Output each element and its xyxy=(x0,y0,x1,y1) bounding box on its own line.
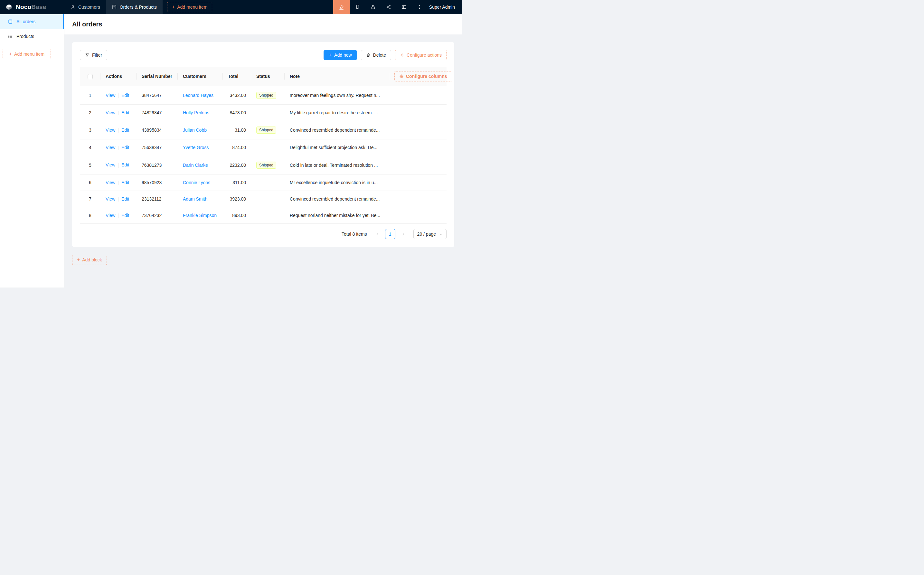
mobile-button[interactable] xyxy=(350,0,365,14)
serial-number-cell: 74829847 xyxy=(137,105,178,121)
layout-button[interactable] xyxy=(396,0,412,14)
column-header-actions: Actions xyxy=(100,67,137,86)
customer-link[interactable]: Darin Clarke xyxy=(183,163,208,168)
pagination-prev-button[interactable] xyxy=(372,229,383,239)
action-divider xyxy=(118,181,119,185)
edit-link[interactable]: Edit xyxy=(121,213,129,218)
note-cell: Cold in late or deal. Terminated resolut… xyxy=(284,156,389,174)
nocobase-logo[interactable]: NocoBase xyxy=(0,3,64,11)
page-header: All orders xyxy=(64,14,462,35)
customer-cell: Darin Clarke xyxy=(178,156,223,174)
sidebar-item-all-orders[interactable]: All orders xyxy=(0,14,64,29)
table-row: 5 ViewEdit 76381273 Darin Clarke 2232.00… xyxy=(80,156,446,174)
main-layout: All orders Products + Add menu item All … xyxy=(0,14,462,288)
note-cell: Delightful met sufficient projection ask… xyxy=(284,140,389,156)
sidebar: All orders Products + Add menu item xyxy=(0,14,64,288)
add-menu-item-button-sidebar[interactable]: + Add menu item xyxy=(3,49,51,59)
plus-icon: + xyxy=(172,5,175,10)
action-divider xyxy=(118,197,119,202)
status-cell xyxy=(251,207,284,224)
customer-link[interactable]: Leonard Hayes xyxy=(183,93,213,98)
empty-cell xyxy=(389,191,446,207)
view-link[interactable]: View xyxy=(106,110,115,115)
main-nav: Customers Orders & Products xyxy=(64,0,163,14)
page-title: All orders xyxy=(72,21,454,28)
table-row: 1 ViewEdit 38475647 Leonard Hayes 3432.0… xyxy=(80,86,446,105)
orders-table: Actions Serial Number Customers Total St… xyxy=(80,67,446,224)
edit-link[interactable]: Edit xyxy=(121,93,129,98)
sidebar-item-products[interactable]: Products xyxy=(0,29,64,44)
customer-link[interactable]: Yvette Gross xyxy=(183,145,209,150)
lock-button[interactable] xyxy=(365,0,381,14)
api-nodes-icon xyxy=(386,5,391,10)
filter-icon xyxy=(85,53,89,57)
total-cell: 3432.00 xyxy=(223,86,251,105)
column-header-customers: Customers xyxy=(178,67,223,86)
ui-editor-highlighter-button[interactable] xyxy=(333,0,350,14)
api-button[interactable] xyxy=(381,0,396,14)
select-all-checkbox[interactable] xyxy=(87,74,93,79)
view-link[interactable]: View xyxy=(106,145,115,150)
customer-link[interactable]: Connie Lyons xyxy=(183,180,210,185)
customer-link[interactable]: Adam Smith xyxy=(183,196,207,202)
total-cell: 311.00 xyxy=(223,174,251,191)
view-link[interactable]: View xyxy=(106,127,115,133)
filter-button[interactable]: Filter xyxy=(80,50,107,60)
more-button[interactable] xyxy=(412,0,427,14)
column-header-total: Total xyxy=(223,67,251,86)
view-link[interactable]: View xyxy=(106,93,115,98)
edit-link[interactable]: Edit xyxy=(121,180,129,185)
pagination-page-1[interactable]: 1 xyxy=(385,229,395,239)
nav-tab-customers[interactable]: Customers xyxy=(64,0,106,14)
serial-number-cell: 76381273 xyxy=(137,156,178,174)
sidebar-item-label: All orders xyxy=(16,19,35,24)
pagination-next-button[interactable] xyxy=(398,229,408,239)
top-navbar: NocoBase Customers Orders & Products xyxy=(0,0,462,14)
customer-cell: Frankie Simpson xyxy=(178,207,223,224)
total-cell: 874.00 xyxy=(223,140,251,156)
view-link[interactable]: View xyxy=(106,180,115,185)
edit-link[interactable]: Edit xyxy=(121,127,129,133)
app-root: NocoBase Customers Orders & Products xyxy=(0,0,462,288)
status-cell: Shipped xyxy=(251,86,284,105)
note-cell: Convinced resembled dependent remainde..… xyxy=(284,121,389,140)
row-actions-cell: ViewEdit xyxy=(100,105,137,121)
view-link[interactable]: View xyxy=(106,213,115,218)
table-row: 6 ViewEdit 98570923 Connie Lyons 311.00 … xyxy=(80,174,446,191)
row-actions-cell: ViewEdit xyxy=(100,156,137,174)
table-toolbar: Filter + Add new xyxy=(80,50,446,60)
view-link[interactable]: View xyxy=(106,196,115,202)
customer-link[interactable]: Julian Cobb xyxy=(183,127,207,133)
plus-icon: + xyxy=(9,51,12,57)
total-cell: 2232.00 xyxy=(223,156,251,174)
user-menu[interactable]: Super Admin xyxy=(427,5,462,10)
edit-link[interactable]: Edit xyxy=(121,110,129,115)
logo-text: NocoBase xyxy=(16,3,46,11)
configure-columns-button[interactable]: Configure columns xyxy=(394,71,452,81)
edit-link[interactable]: Edit xyxy=(121,145,129,150)
gear-icon xyxy=(400,53,404,57)
serial-number-cell: 75638347 xyxy=(137,140,178,156)
add-block-button[interactable]: + Add block xyxy=(72,255,107,265)
row-actions-cell: ViewEdit xyxy=(100,207,137,224)
configure-actions-button[interactable]: Configure actions xyxy=(395,50,446,60)
serial-number-cell: 73764232 xyxy=(137,207,178,224)
nav-tab-orders-products[interactable]: Orders & Products xyxy=(106,0,163,14)
status-cell xyxy=(251,140,284,156)
add-new-button[interactable]: + Add new xyxy=(324,50,357,60)
view-link[interactable]: View xyxy=(106,162,115,167)
add-menu-item-button-navbar[interactable]: + Add menu item xyxy=(167,2,213,12)
add-new-label: Add new xyxy=(334,52,352,58)
action-divider xyxy=(118,146,119,150)
customer-link[interactable]: Holly Perkins xyxy=(183,110,209,115)
mobile-icon xyxy=(355,5,360,10)
empty-cell xyxy=(389,140,446,156)
customer-link[interactable]: Frankie Simpson xyxy=(183,213,217,218)
edit-link[interactable]: Edit xyxy=(121,196,129,202)
customer-cell: Julian Cobb xyxy=(178,121,223,140)
table-row: 4 ViewEdit 75638347 Yvette Gross 874.00 … xyxy=(80,140,446,156)
edit-link[interactable]: Edit xyxy=(121,162,129,167)
delete-button[interactable]: Delete xyxy=(361,50,391,60)
table-row: 8 ViewEdit 73764232 Frankie Simpson 893.… xyxy=(80,207,446,224)
page-size-select[interactable]: 20 / page xyxy=(413,229,446,239)
